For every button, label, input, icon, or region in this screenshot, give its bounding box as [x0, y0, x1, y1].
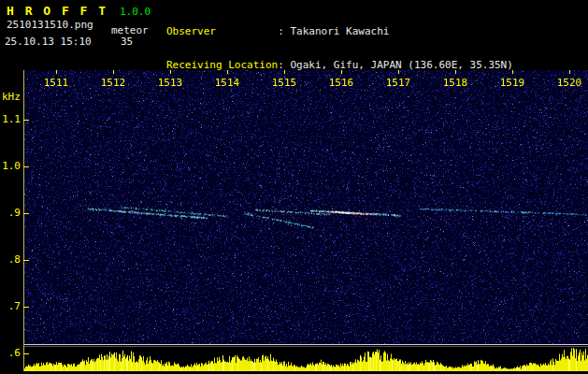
meteor-count: 35 [121, 36, 133, 48]
info-value: Takanori Kawachi [290, 25, 389, 37]
y-tick-label: .8 [0, 253, 21, 266]
y-tick-label: .6 [0, 347, 21, 359]
y-tick-label: 1.1 [0, 113, 21, 125]
app-version: 1.0.0 [120, 6, 151, 18]
spectrogram-canvas [23, 70, 588, 374]
y-tick-label: .9 [0, 207, 21, 219]
output-filename: 2510131510.png [7, 19, 93, 31]
y-axis-labels: 1.11.0.9.8.7.6 [0, 70, 22, 374]
app-title: H R O F F T [7, 4, 108, 18]
y-tick-label: 1.0 [0, 160, 21, 172]
info-label: Observer [166, 26, 278, 37]
y-axis-unit-label: kHz [2, 91, 21, 103]
info-separator: : [278, 25, 290, 37]
hrofft-screen: H R O F F T 1.0.0 2510131510.png meteor … [0, 0, 588, 374]
info-row-observer: Observer: Takanori Kawachi [166, 26, 513, 37]
y-tick-label: .7 [0, 300, 21, 312]
observation-datetime: 25.10.13 15:10 [5, 36, 92, 48]
